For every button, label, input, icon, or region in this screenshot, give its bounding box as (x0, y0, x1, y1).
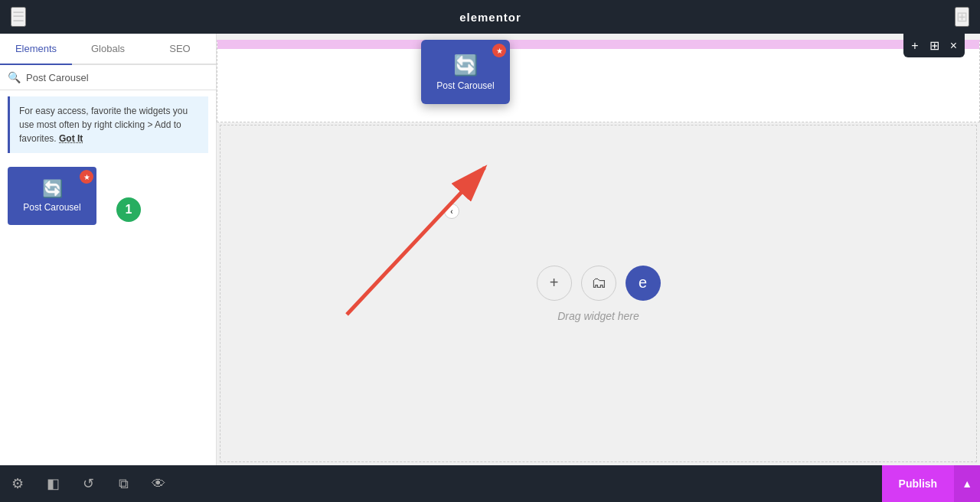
sidebar: Elements Globals SEO 🔍 For easy access, … (0, 34, 217, 465)
collapse-toggle[interactable]: ‹ (444, 204, 459, 219)
add-section-btn[interactable]: + (537, 266, 572, 301)
settings-icon[interactable]: ⚙ (0, 465, 35, 502)
widget-label: Post Carousel (23, 202, 80, 213)
app-logo: elementor (459, 11, 521, 24)
drop-zone-icons: + 🗂 e (537, 266, 661, 301)
preview-icon[interactable]: 👁 (141, 465, 176, 502)
canvas-pink-bar (217, 43, 979, 49)
navigator-icon[interactable]: ◧ (35, 465, 70, 502)
bottom-bar: ⚙ ◧ ↺ ⧉ 👁 Publish ▲ (0, 465, 980, 502)
step-badge: 1 (116, 197, 141, 222)
main-layout: Elements Globals SEO 🔍 For easy access, … (0, 34, 980, 465)
canvas-grid-btn[interactable]: ⊞ (926, 37, 942, 54)
canvas-add-btn[interactable]: + (908, 37, 921, 54)
top-bar: ☰ elementor ⊞ (0, 0, 980, 34)
floating-widget-badge: ★ (492, 44, 506, 57)
got-it-link[interactable]: Got It (59, 133, 83, 144)
grid-icon[interactable]: ⊞ (955, 7, 969, 27)
canvas-area: + ⊞ × ★ 🔄 Post Carousel ‹ (217, 34, 980, 465)
tab-seo[interactable]: SEO (144, 34, 216, 65)
floating-widget-icon: 🔄 (453, 54, 478, 77)
bottom-bar-icons: ⚙ ◧ ↺ ⧉ 👁 (0, 465, 176, 502)
sidebar-tabs: Elements Globals SEO (0, 34, 216, 65)
menu-icon[interactable]: ☰ (11, 7, 26, 27)
publish-button[interactable]: Publish (882, 465, 955, 502)
add-template-btn[interactable]: 🗂 (581, 266, 616, 301)
canvas-close-btn[interactable]: × (947, 37, 960, 54)
tip-box: For easy access, favorite the widgets yo… (8, 96, 208, 153)
drop-zone-text: Drag widget here (557, 310, 639, 322)
widget-list: ★ 🔄 Post Carousel (0, 159, 216, 233)
widget-icon: 🔄 (42, 179, 63, 199)
search-bar: 🔍 (0, 65, 216, 90)
drop-zone: + 🗂 e Drag widget here (220, 125, 977, 462)
canvas-top-section (217, 40, 980, 122)
floating-widget[interactable]: ★ 🔄 Post Carousel (421, 40, 510, 104)
search-input[interactable] (26, 72, 208, 83)
publish-arrow-button[interactable]: ▲ (954, 465, 980, 502)
publish-group: Publish ▲ (882, 465, 980, 502)
responsive-icon[interactable]: ⧉ (106, 465, 141, 502)
post-carousel-widget-card[interactable]: ★ 🔄 Post Carousel (8, 167, 96, 225)
tab-globals[interactable]: Globals (72, 34, 144, 65)
floating-widget-label: Post Carousel (436, 80, 494, 91)
tip-text: For easy access, favorite the widgets yo… (19, 106, 188, 144)
elementor-btn[interactable]: e (626, 266, 661, 301)
history-icon[interactable]: ↺ (70, 465, 106, 502)
tab-elements[interactable]: Elements (0, 34, 72, 65)
search-icon: 🔍 (8, 71, 21, 83)
widget-badge: ★ (80, 170, 93, 184)
canvas-toolbar: + ⊞ × (903, 34, 965, 57)
